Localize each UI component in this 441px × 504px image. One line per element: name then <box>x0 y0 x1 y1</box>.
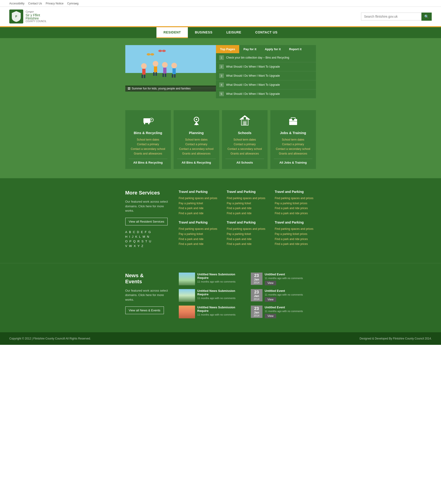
alpha-z[interactable]: Z <box>141 244 143 248</box>
alpha-u[interactable]: U <box>149 240 151 243</box>
alpha-n[interactable]: N <box>147 235 149 238</box>
service-link[interactable]: Find a park and ride prices <box>275 242 308 246</box>
service-link[interactable]: Find parking spaces and prices <box>227 227 265 230</box>
privacy-notice-link[interactable]: Privacy Notice <box>46 2 64 5</box>
schools-link-3[interactable]: Contact a secondary school <box>227 147 262 151</box>
alpha-d[interactable]: D <box>137 230 139 234</box>
news-content: Untitled News Submission Require 11 mont… <box>197 273 244 283</box>
alpha-o[interactable]: O <box>125 240 128 243</box>
service-link[interactable]: Find parking spaces and prices <box>227 197 265 200</box>
alpha-w[interactable]: W <box>129 244 132 248</box>
jobs-link-4[interactable]: Grants and allowances <box>279 152 307 155</box>
alpha-p[interactable]: P <box>129 240 132 243</box>
planning-link-4[interactable]: Grants and allowances <box>182 152 210 155</box>
news-title[interactable]: Untitled News Submission Require <box>197 305 244 313</box>
alpha-j[interactable]: J <box>132 235 133 238</box>
list-item[interactable]: 3 What Should I Do When I Want To Upgrad… <box>216 71 316 80</box>
service-link[interactable]: Find a park and ride <box>179 237 204 241</box>
service-link[interactable]: Find a park and ride prices <box>275 212 308 215</box>
nav-business[interactable]: BUSINESS <box>188 27 220 38</box>
event-item: 23 Jan 2014 Untitled Event 11 months ago… <box>251 273 316 285</box>
tab-pay-for-it[interactable]: Pay for it <box>239 45 261 53</box>
schools-link-4[interactable]: Grants and allowances <box>230 152 259 155</box>
service-link[interactable]: Find a park and ride prices <box>275 237 308 241</box>
schools-link-1[interactable]: School term dates <box>233 138 256 141</box>
tab-apply-for-it[interactable]: Apply for it <box>261 45 285 53</box>
event-view-button[interactable]: View <box>265 281 276 285</box>
jobs-link-1[interactable]: School term dates <box>282 138 304 141</box>
alpha-i[interactable]: I <box>129 235 130 238</box>
bins-link-1[interactable]: School term dates <box>137 138 159 141</box>
jobs-view-all[interactable]: All Jobs & Training <box>274 159 313 164</box>
accessibility-link[interactable]: Accessibility <box>9 2 24 5</box>
planning-link-3[interactable]: Contact a secondary school <box>179 147 213 151</box>
alpha-f[interactable]: F <box>145 230 147 234</box>
search-input[interactable] <box>361 13 422 20</box>
bins-link-2[interactable]: Contact a primary <box>137 143 159 146</box>
service-link[interactable]: Find a park and ride <box>227 237 252 241</box>
planning-link-1[interactable]: School term dates <box>185 138 208 141</box>
service-link[interactable]: Pay a parking ticket <box>227 202 251 205</box>
service-link[interactable]: Find a park and ride <box>179 207 204 210</box>
alpha-x[interactable]: X <box>134 244 136 248</box>
service-link[interactable]: Pay a parking ticket prices <box>275 232 307 236</box>
list-item[interactable]: 1 Check your bin collection day – Bins a… <box>216 53 316 62</box>
alpha-q[interactable]: Q <box>133 240 136 243</box>
planning-view-all[interactable]: All Bins & Recycling <box>177 159 216 164</box>
alpha-k[interactable]: K <box>135 235 137 238</box>
cymraeg-link[interactable]: Cymraeg <box>67 2 79 5</box>
service-link[interactable]: Find a park and ride <box>179 242 204 246</box>
service-link[interactable]: Find parking spaces and prices <box>275 227 313 230</box>
alpha-y[interactable]: Y <box>138 244 140 248</box>
news-title[interactable]: Untitled News Submission Require <box>197 289 244 296</box>
service-link[interactable]: Find a park and ride <box>227 212 252 215</box>
news-title[interactable]: Untitled News Submission Require <box>197 273 244 279</box>
list-item[interactable]: 5 What Should I Do When I Want To Upgrad… <box>216 90 316 99</box>
alpha-b[interactable]: B <box>129 230 131 234</box>
service-link[interactable]: Find parking spaces and prices <box>179 197 217 200</box>
service-link[interactable]: Pay a parking ticket <box>227 232 251 236</box>
service-link[interactable]: Find a park and ride <box>179 212 204 215</box>
nav-contact[interactable]: CONTACT US <box>248 27 284 38</box>
bins-link-4[interactable]: Grants and allowances <box>134 152 162 155</box>
view-all-resident-services-button[interactable]: View all Resident Services <box>125 218 168 225</box>
service-card-jobs-links: School term dates Contact a primary Cont… <box>274 137 313 155</box>
alpha-a[interactable]: A <box>125 230 127 234</box>
alpha-h[interactable]: H <box>125 235 127 238</box>
contact-us-link[interactable]: Contact Us <box>28 2 42 5</box>
event-view-button[interactable]: View <box>265 297 276 302</box>
service-link[interactable]: Find a park and ride <box>227 207 252 210</box>
event-view-button[interactable]: View <box>265 314 276 318</box>
nav-resident[interactable]: RESIDENT <box>157 27 188 38</box>
jobs-link-2[interactable]: Contact a primary <box>282 143 304 146</box>
bins-view-all[interactable]: All Bins & Recycling <box>129 159 167 164</box>
search-button[interactable]: 🔍 <box>422 13 432 21</box>
service-link[interactable]: Find a park and ride prices <box>275 207 308 210</box>
nav-leisure[interactable]: LEISURE <box>220 27 248 38</box>
list-item[interactable]: 4 What Should I Do When I Want To Upgrad… <box>216 80 316 90</box>
schools-view-all[interactable]: All Schools <box>225 159 264 164</box>
alpha-m[interactable]: M <box>142 235 145 238</box>
alpha-l[interactable]: L <box>139 235 141 238</box>
alpha-v[interactable]: V <box>125 244 127 248</box>
service-link[interactable]: Find parking spaces and prices <box>275 197 313 200</box>
tab-top-pages[interactable]: Top Pages <box>216 45 239 53</box>
schools-link-2[interactable]: Contact a primary <box>234 143 256 146</box>
jobs-link-3[interactable]: Contact a secondary school <box>276 147 310 151</box>
service-link[interactable]: Find a park and ride <box>227 242 252 246</box>
bins-link-3[interactable]: Contact a secondary school <box>131 147 165 151</box>
view-all-news-events-button[interactable]: View all News & Events <box>125 306 164 314</box>
alpha-s[interactable]: S <box>141 240 143 243</box>
alpha-r[interactable]: R <box>137 240 140 243</box>
service-link[interactable]: Find parking spaces and prices <box>179 227 217 230</box>
tab-report-it[interactable]: Report it <box>285 45 306 53</box>
alpha-e[interactable]: E <box>141 230 143 234</box>
alpha-c[interactable]: C <box>133 230 135 234</box>
service-link[interactable]: Pay a parking ticket <box>179 232 203 236</box>
service-link[interactable]: Pay a parking ticket prices <box>275 202 307 205</box>
planning-link-2[interactable]: Contact a primary <box>185 143 207 146</box>
service-link[interactable]: Pay a parking ticket <box>179 202 203 205</box>
alpha-t[interactable]: T <box>145 240 147 243</box>
list-item[interactable]: 2 What Should I Do When I Want To Upgrad… <box>216 62 316 71</box>
alpha-g[interactable]: G <box>149 230 151 234</box>
